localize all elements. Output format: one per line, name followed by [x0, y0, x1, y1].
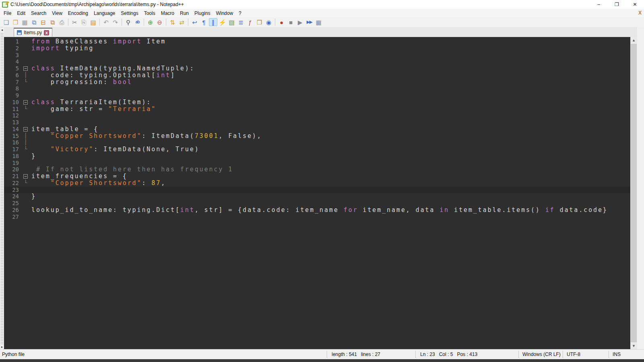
scroll-down-icon[interactable]: ▼ — [630, 343, 637, 349]
new-file-icon[interactable]: ❏ — [2, 18, 10, 26]
monitoring-icon[interactable]: ◉ — [264, 18, 273, 26]
grip-collapse-left-icon[interactable]: ◂ — [0, 28, 4, 32]
code-line[interactable]: 18} — [4, 153, 630, 160]
line-number: 17 — [4, 146, 23, 153]
save-all-icon[interactable]: ⧉ — [30, 18, 38, 26]
code-line[interactable]: 1from BaseClasses import Item — [4, 38, 630, 45]
code-line[interactable]: 17└ "Victory": ItemData(None, True) — [4, 146, 630, 153]
scrollbar-thumb[interactable] — [631, 44, 637, 342]
close-all-icon[interactable]: ⧉ — [48, 18, 57, 26]
scroll-up-icon[interactable]: ▲ — [630, 37, 637, 43]
undo-icon[interactable]: ↶ — [102, 18, 110, 26]
menu-item-search[interactable]: Search — [28, 9, 49, 17]
replace-icon[interactable]: ab — [133, 18, 142, 26]
redo-icon[interactable]: ↷ — [111, 18, 120, 26]
saved-file-icon — [17, 30, 22, 35]
editor-lines[interactable]: 1from BaseClasses import Item2import typ… — [4, 37, 630, 349]
code-line[interactable]: 26lookup_id_to_name: typing.Dict[int, st… — [4, 207, 630, 214]
code-line[interactable]: 15│ "Copper Shortsword": ItemData(73001,… — [4, 133, 630, 140]
code-line[interactable]: 2import typing — [4, 45, 630, 52]
code-line[interactable]: 6│ code: typing.Optional[int] — [4, 72, 630, 79]
code-line[interactable]: 16│ — [4, 139, 630, 146]
code-line[interactable]: 21−item_frequencies = { — [4, 173, 630, 180]
menu-item-macro[interactable]: Macro — [158, 9, 177, 17]
code-line[interactable]: 23 — [4, 187, 630, 193]
function-list-icon[interactable]: ƒ — [246, 18, 254, 26]
show-all-characters-icon[interactable]: ¶ — [200, 18, 208, 26]
fold-margin: │ — [23, 139, 31, 146]
menu-item-[interactable]: ? — [236, 9, 244, 17]
code-text: # If not listed here then has frequency … — [31, 166, 233, 173]
close-icon[interactable]: ⊟ — [39, 18, 47, 26]
close-document-icon[interactable]: X — [638, 10, 642, 16]
open-icon[interactable]: ❐ — [11, 18, 20, 26]
restore-button[interactable]: ❐ — [608, 0, 626, 9]
menu-item-settings[interactable]: Settings — [118, 9, 141, 17]
menu-item-view[interactable]: View — [49, 9, 65, 17]
cut-icon[interactable]: ✂ — [70, 18, 79, 26]
macro-play-icon[interactable]: ▶ — [296, 18, 304, 26]
menu-item-file[interactable]: File — [1, 9, 14, 17]
macro-run-multiple-icon[interactable]: ▶▶ — [305, 18, 314, 26]
code-line[interactable]: 11└ game: str = "Terraria" — [4, 106, 630, 113]
document-map-icon[interactable]: ▧ — [227, 18, 236, 26]
minimize-button[interactable]: – — [590, 0, 608, 9]
sync-vertical-scroll-icon[interactable]: ⇅ — [168, 18, 177, 26]
status-separator — [609, 351, 609, 358]
code-line[interactable]: 24} — [4, 193, 630, 200]
code-line[interactable]: 8 — [4, 85, 630, 92]
zoom-in-icon[interactable]: ⊕ — [146, 18, 155, 26]
code-line[interactable]: 13 — [4, 119, 630, 126]
status-insert-mode[interactable]: INS — [613, 352, 621, 357]
dock-grip-strip[interactable] — [0, 27, 4, 350]
vertical-scrollbar[interactable]: ▲ ▼ — [630, 37, 637, 349]
status-eol-format[interactable]: Windows (CR LF) — [522, 352, 561, 357]
code-line[interactable]: 22└ "Copper Shortsword": 87, — [4, 180, 630, 187]
fold-collapse-icon[interactable]: − — [23, 173, 31, 180]
code-line[interactable]: 5−class ItemData(typing.NamedTuple): — [4, 65, 630, 72]
code-line[interactable]: 20 # If not listed here then has frequen… — [4, 166, 630, 173]
paste-icon[interactable]: ▤ — [89, 18, 97, 26]
macro-save-icon[interactable]: ▦ — [314, 18, 323, 26]
macro-stop-icon[interactable]: ■ — [287, 18, 295, 26]
menu-item-run[interactable]: Run — [177, 9, 192, 17]
print-icon[interactable]: ⎙ — [58, 18, 66, 26]
close-button[interactable]: ✕ — [626, 0, 644, 9]
indent-guide-icon[interactable]: ∥ — [209, 18, 217, 26]
document-list-icon[interactable]: ≣ — [237, 18, 245, 26]
find-icon[interactable]: ⚲ — [124, 18, 132, 26]
folder-as-workspace-icon[interactable]: ❒ — [255, 18, 264, 26]
menu-item-language[interactable]: Language — [91, 9, 118, 17]
code-line[interactable]: 12 — [4, 112, 630, 119]
zoom-out-icon[interactable]: ⊖ — [155, 18, 164, 26]
fold-collapse-icon[interactable]: − — [23, 65, 31, 72]
sync-horizontal-scroll-icon[interactable]: ⇄ — [178, 18, 186, 26]
menu-item-window[interactable]: Window — [213, 9, 236, 17]
code-line[interactable]: 9 — [4, 92, 630, 99]
fold-collapse-icon[interactable]: − — [23, 126, 31, 133]
code-line[interactable]: 19 — [4, 160, 630, 167]
code-line[interactable]: 7└ progression: bool — [4, 79, 630, 86]
code-line[interactable]: 3 — [4, 52, 630, 59]
word-wrap-icon[interactable]: ↩ — [190, 18, 199, 26]
define-language-icon[interactable]: ⚡ — [218, 18, 227, 26]
fold-collapse-icon[interactable]: − — [23, 99, 31, 106]
tab-close-icon[interactable]: x — [44, 30, 49, 35]
grip-expand-right-icon[interactable]: ▸ — [0, 345, 4, 349]
code-line[interactable]: 4 — [4, 58, 630, 65]
menu-item-tools[interactable]: Tools — [141, 9, 158, 17]
fold-margin — [23, 92, 31, 99]
copy-icon[interactable]: ⎘ — [80, 18, 88, 26]
code-line[interactable]: 25 — [4, 200, 630, 207]
menu-item-plugins[interactable]: Plugins — [192, 9, 213, 17]
macro-record-icon[interactable]: ● — [277, 18, 286, 26]
code-line[interactable]: 10−class TerrariaItem(Item): — [4, 99, 630, 106]
code-text: class TerrariaItem(Item): — [31, 99, 151, 106]
menu-item-edit[interactable]: Edit — [14, 9, 28, 17]
status-encoding[interactable]: UTF-8 — [567, 352, 580, 357]
save-icon[interactable]: ▦ — [21, 18, 29, 26]
code-line[interactable]: 14−item_table = { — [4, 126, 630, 133]
menu-item-encoding[interactable]: Encoding — [65, 9, 91, 17]
code-line[interactable]: 27 — [4, 214, 630, 220]
tab-items-py[interactable]: Items.py x — [14, 28, 52, 37]
